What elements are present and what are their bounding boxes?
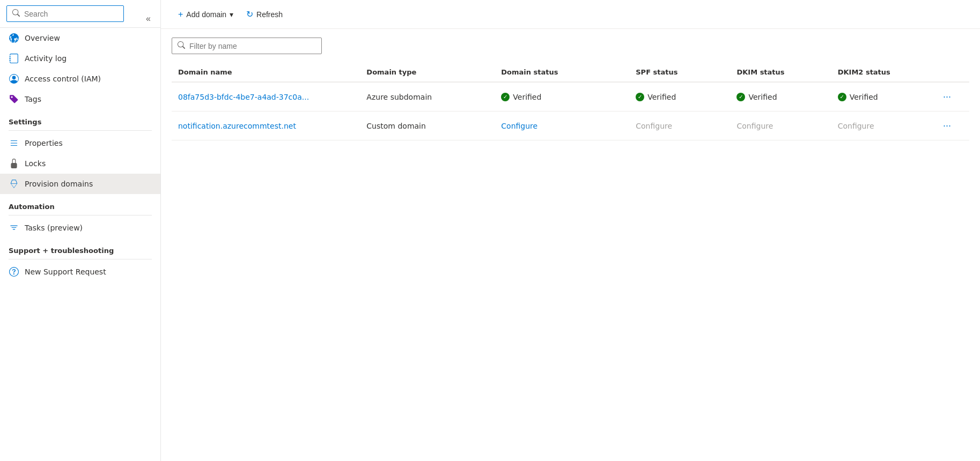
cell-dkim-2: Configure	[730, 111, 831, 140]
add-domain-button[interactable]: + Add domain ▾	[172, 6, 240, 23]
filter-box[interactable]	[172, 38, 322, 54]
configure-link-2[interactable]: Configure	[501, 122, 537, 130]
refresh-button[interactable]: ↻ Refresh	[240, 5, 289, 23]
search-box[interactable]	[6, 5, 124, 22]
cell-domain-status-1: Verified	[495, 82, 629, 111]
verified-icon-1	[501, 93, 510, 101]
settings-section-label: Settings	[0, 109, 160, 128]
sidebar-item-label-locks: Locks	[25, 159, 46, 168]
col-header-domain-name: Domain name	[172, 63, 360, 82]
refresh-icon: ↻	[246, 9, 253, 19]
sidebar: « Overview Activity log Access contr	[0, 0, 161, 461]
chevron-down-icon: ▾	[230, 10, 233, 19]
lock-icon	[9, 158, 19, 169]
tag-icon	[9, 94, 19, 105]
col-header-spf-status: SPF status	[629, 63, 730, 82]
notebook-icon	[9, 53, 19, 64]
table-row: 08fa75d3-bfdc-4be7-a4ad-37c0a... Azure s…	[172, 82, 969, 111]
sidebar-item-label-tags: Tags	[25, 95, 41, 103]
domain-name-link-1[interactable]: 08fa75d3-bfdc-4be7-a4ad-37c0a...	[178, 93, 309, 101]
dkim2-status-text-1: Verified	[850, 93, 878, 101]
sidebar-item-label-provision-domains: Provision domains	[25, 180, 93, 188]
collapse-sidebar-button[interactable]: «	[146, 14, 151, 24]
sidebar-item-label-support: New Support Request	[25, 267, 106, 276]
sidebar-item-new-support[interactable]: New Support Request	[0, 262, 160, 282]
dkim2-verified-icon-1	[838, 93, 846, 101]
spf-status-text-1: Verified	[647, 93, 676, 101]
toolbar: + Add domain ▾ ↻ Refresh	[161, 0, 980, 29]
dkim2-configure-2: Configure	[838, 122, 874, 130]
col-header-domain-status: Domain status	[495, 63, 629, 82]
filter-input[interactable]	[189, 42, 316, 50]
settings-divider	[9, 130, 152, 131]
filter-row	[172, 38, 969, 54]
cell-dkim2-2: Configure	[831, 111, 932, 140]
sidebar-item-label-activity-log: Activity log	[25, 54, 67, 63]
sidebar-item-tasks[interactable]: Tasks (preview)	[0, 218, 160, 238]
content-area: Domain name Domain type Domain status SP…	[161, 29, 980, 461]
spf-verified-icon-1	[636, 93, 644, 101]
add-domain-label: Add domain	[186, 10, 226, 19]
cell-spf-2: Configure	[629, 111, 730, 140]
sidebar-item-label-tasks: Tasks (preview)	[25, 224, 83, 232]
sidebar-item-label-iam: Access control (IAM)	[25, 75, 101, 83]
cell-actions-1[interactable]: ···	[932, 82, 969, 111]
support-section-label: Support + troubleshooting	[0, 238, 160, 257]
globe-icon	[9, 33, 19, 43]
domain-status-text-1: Verified	[513, 93, 541, 101]
support-divider	[9, 259, 152, 259]
sidebar-item-label-overview: Overview	[25, 34, 60, 42]
search-container: «	[0, 0, 160, 28]
cell-actions-2[interactable]: ···	[932, 111, 969, 140]
col-header-actions	[932, 63, 969, 82]
cell-dkim2-1: Verified	[831, 82, 932, 111]
col-header-dkim2-status: DKIM2 status	[831, 63, 932, 82]
sidebar-item-tags[interactable]: Tags	[0, 89, 160, 109]
automation-divider	[9, 215, 152, 215]
search-icon	[12, 9, 20, 18]
domains-table: Domain name Domain type Domain status SP…	[172, 63, 969, 140]
plus-icon: +	[178, 10, 183, 19]
cell-dkim-1: Verified	[730, 82, 831, 111]
refresh-label: Refresh	[256, 10, 283, 19]
dkim-configure-2: Configure	[736, 122, 773, 130]
sidebar-item-label-properties: Properties	[25, 139, 63, 147]
diamond-icon	[9, 179, 19, 189]
spf-configure-2: Configure	[636, 122, 672, 130]
cell-domain-status-2[interactable]: Configure	[495, 111, 629, 140]
main-content: + Add domain ▾ ↻ Refresh	[161, 0, 980, 461]
dkim-verified-icon-1	[736, 93, 745, 101]
sidebar-item-access-control[interactable]: Access control (IAM)	[0, 69, 160, 89]
automation-section-label: Automation	[0, 194, 160, 213]
table-row: notification.azurecommtest.net Custom do…	[172, 111, 969, 140]
cell-domain-name-2[interactable]: notification.azurecommtest.net	[172, 111, 360, 140]
row-actions-button-2[interactable]: ···	[939, 118, 955, 133]
cell-domain-type-2: Custom domain	[360, 111, 495, 140]
col-header-domain-type: Domain type	[360, 63, 495, 82]
sidebar-item-overview[interactable]: Overview	[0, 28, 160, 48]
bars-icon	[9, 138, 19, 148]
cell-domain-name-1[interactable]: 08fa75d3-bfdc-4be7-a4ad-37c0a...	[172, 82, 360, 111]
sidebar-item-activity-log[interactable]: Activity log	[0, 48, 160, 69]
domain-name-link-2[interactable]: notification.azurecommtest.net	[178, 122, 296, 130]
cell-spf-1: Verified	[629, 82, 730, 111]
col-header-dkim-status: DKIM status	[730, 63, 831, 82]
person-icon	[9, 73, 19, 84]
tasks-icon	[9, 222, 19, 233]
cell-domain-type-1: Azure subdomain	[360, 82, 495, 111]
support-icon	[9, 266, 19, 277]
row-actions-button-1[interactable]: ···	[939, 89, 955, 105]
sidebar-item-provision-domains[interactable]: Provision domains	[0, 174, 160, 194]
search-input[interactable]	[24, 10, 118, 18]
dkim-status-text-1: Verified	[748, 93, 777, 101]
sidebar-item-properties[interactable]: Properties	[0, 133, 160, 153]
filter-icon	[178, 41, 185, 50]
sidebar-item-locks[interactable]: Locks	[0, 153, 160, 174]
